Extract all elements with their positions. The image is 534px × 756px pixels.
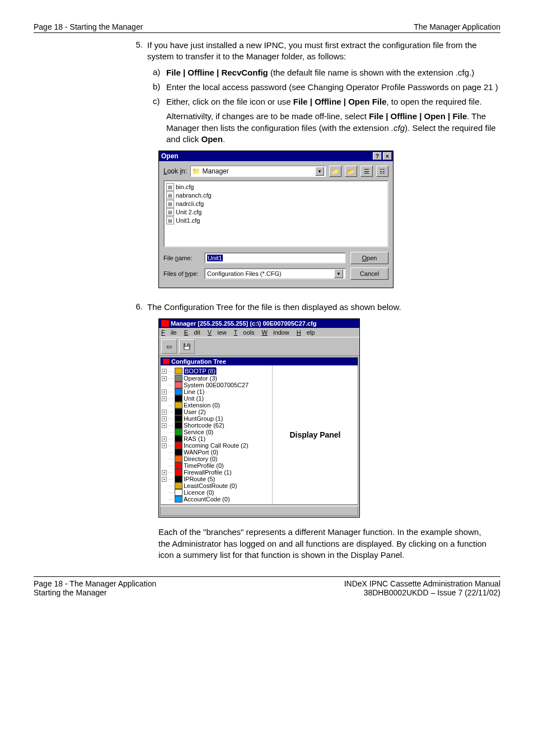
close-icon[interactable]: × <box>383 152 392 160</box>
manager-window: Manager [255.255.255.255] (c:\) 00E00700… <box>158 318 360 518</box>
footer-left-1: Page 18 - The Manager Application <box>34 579 156 588</box>
node-icon <box>175 449 182 456</box>
node-label: IPRoute (5) <box>184 476 215 482</box>
tree-node[interactable]: +┈┈ HuntGroup (1) <box>162 415 271 422</box>
tree-node[interactable]: +┈┈ Unit (1) <box>162 395 271 402</box>
statusbar <box>160 506 358 516</box>
tree-node[interactable]: ┈┈ Extension (0) <box>162 402 271 408</box>
sub-c-pre: Either, click on the file icon or use <box>166 97 293 106</box>
help-icon[interactable]: ? <box>373 152 382 160</box>
menu-tools[interactable]: Tools <box>234 329 255 336</box>
new-folder-icon[interactable]: 📂 <box>345 166 357 177</box>
tree-node[interactable]: ┈┈ LeastCostRoute (0) <box>162 482 271 489</box>
node-icon <box>175 368 182 374</box>
tree-node[interactable]: +┈┈ FirewallProfile (1) <box>162 469 271 476</box>
node-label: Operator (3) <box>184 375 217 382</box>
open-button[interactable]: Open <box>350 252 388 264</box>
menu-view[interactable]: View <box>208 329 227 336</box>
up-folder-icon[interactable]: 📁 <box>329 166 341 177</box>
node-label: Incoming Call Route (2) <box>184 442 249 449</box>
sub-b-letter: b) <box>147 82 163 93</box>
node-icon <box>175 429 182 435</box>
cancel-button[interactable]: Cancel <box>350 267 388 280</box>
chevron-down-icon[interactable]: ▼ <box>315 167 324 176</box>
expand-icon[interactable]: + <box>162 416 167 421</box>
node-label: Directory (0) <box>184 456 218 462</box>
file-item[interactable]: ▤Unit1.cfg <box>166 217 386 225</box>
file-list[interactable]: ▤bin.cfg ▤nabranch.cfg ▤nadrcii.cfg ▤Uni… <box>163 180 388 247</box>
lookin-label: Look in: <box>163 167 187 175</box>
filetype-select[interactable]: Configuration Files (*.CFG) ▼ <box>204 268 346 279</box>
expand-icon[interactable]: + <box>162 410 167 415</box>
node-icon <box>175 415 182 422</box>
tree-node[interactable]: +┈┈ Incoming Call Route (2) <box>162 442 271 449</box>
menu-edit[interactable]: Edit <box>184 329 200 336</box>
tree-node[interactable]: +┈┈ IPRoute (5) <box>162 476 271 482</box>
node-icon <box>175 382 182 388</box>
node-label: BOOTP (8) <box>184 367 217 375</box>
dialog-titlebar: Open ? × <box>159 151 393 161</box>
file-item[interactable]: ▤nabranch.cfg <box>166 191 386 200</box>
expand-icon[interactable]: + <box>162 443 167 448</box>
node-label: Line (1) <box>184 388 204 395</box>
tree-icon <box>163 359 170 364</box>
tree-node[interactable]: +┈┈ Operator (3) <box>162 375 271 382</box>
tree-node[interactable]: +┈┈ BOOTP (8) <box>162 367 271 375</box>
tree-pane[interactable]: +┈┈ BOOTP (8)+┈┈ Operator (3)┈┈ System 0… <box>161 365 273 504</box>
tree-node[interactable]: ┈┈ Service (0) <box>162 429 271 435</box>
filename-input[interactable]: Unit1 <box>204 252 346 264</box>
expand-icon[interactable]: + <box>162 396 167 401</box>
file-icon: ▤ <box>166 191 174 199</box>
expand-icon[interactable]: + <box>162 376 167 381</box>
node-icon <box>175 435 182 442</box>
tree-node[interactable]: +┈┈ RAS (1) <box>162 435 271 442</box>
node-label: FirewallProfile (1) <box>184 469 232 476</box>
file-icon: ▤ <box>166 208 174 216</box>
folder-icon: 📁 <box>192 167 200 175</box>
step-number: 6. <box>132 302 147 561</box>
expand-icon[interactable]: + <box>162 389 167 395</box>
toolbar-btn-1[interactable]: ▭ <box>161 339 177 354</box>
step-number: 5. <box>132 40 147 297</box>
footer-right-1: INDeX IPNC Cassette Administration Manua… <box>344 579 500 588</box>
tree-node[interactable]: ┈┈ Licence (0) <box>162 489 271 496</box>
node-icon <box>175 482 182 489</box>
chevron-down-icon[interactable]: ▼ <box>334 269 343 278</box>
expand-icon[interactable]: + <box>162 470 167 475</box>
toolbar-btn-2[interactable]: 💾 <box>179 339 195 354</box>
node-label: WANPort (0) <box>184 449 218 456</box>
file-item[interactable]: ▤nadrcii.cfg <box>166 200 386 208</box>
lookin-value: Manager <box>202 167 228 175</box>
expand-icon[interactable]: + <box>162 369 167 374</box>
tree-node[interactable]: +┈┈ User (2) <box>162 408 271 415</box>
tree-node[interactable]: ┈┈ AccountCode (0) <box>162 496 271 503</box>
node-icon <box>175 469 182 476</box>
tree-node[interactable]: ┈┈ Directory (0) <box>162 456 271 462</box>
node-icon <box>175 375 182 382</box>
file-item[interactable]: ▤bin.cfg <box>166 183 386 191</box>
menu-help[interactable]: Help <box>297 329 315 336</box>
tree-node[interactable]: ┈┈ System 00E007005C27 <box>162 382 271 388</box>
menu-file[interactable]: File <box>161 329 177 336</box>
expand-icon[interactable]: + <box>162 477 167 482</box>
node-icon <box>175 422 182 429</box>
tree-node[interactable]: +┈┈ Shortcode (62) <box>162 422 271 429</box>
lookin-dropdown[interactable]: 📁 Manager ▼ <box>190 166 326 177</box>
expand-icon[interactable]: + <box>162 423 167 428</box>
tree-node[interactable]: +┈┈ Line (1) <box>162 388 271 395</box>
node-icon <box>175 408 182 415</box>
tree-node[interactable]: ┈┈ WANPort (0) <box>162 449 271 456</box>
sub-a-body: File | Offline | RecvConfig (the default… <box>163 67 500 78</box>
expand-icon[interactable]: + <box>162 436 167 442</box>
list-view-icon[interactable]: ☰ <box>360 166 373 177</box>
filetype-value: Configuration Files (*.CFG) <box>207 270 282 277</box>
app-icon <box>161 320 169 327</box>
tree-node[interactable]: ┈┈ TimeProfile (0) <box>162 462 271 469</box>
menu-window[interactable]: Window <box>262 329 289 336</box>
menubar: File Edit View Tools Window Help <box>159 328 359 337</box>
filename-label: File name: <box>163 255 200 261</box>
window-titlebar: Manager [255.255.255.255] (c:\) 00E00700… <box>159 319 359 328</box>
file-item[interactable]: ▤Unit 2.cfg <box>166 208 386 217</box>
details-view-icon[interactable]: ☷ <box>376 166 388 177</box>
node-label: LeastCostRoute (0) <box>184 482 237 489</box>
